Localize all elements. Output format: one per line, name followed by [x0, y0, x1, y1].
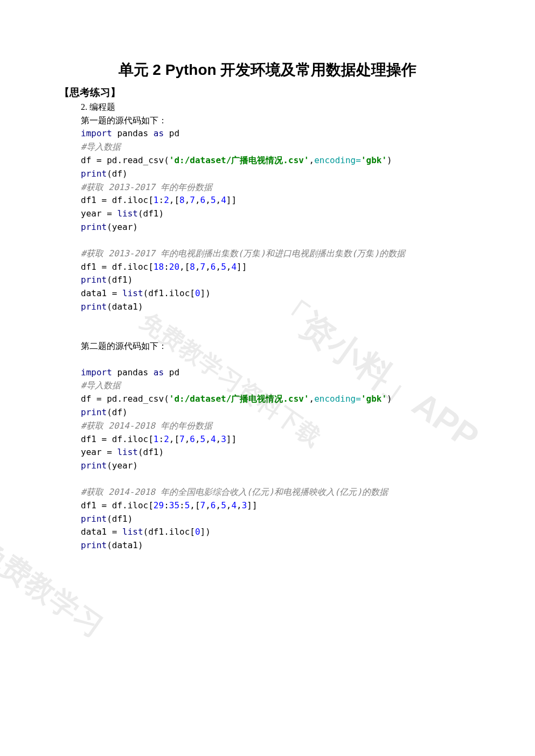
text: df = pd.read_csv(: [81, 394, 169, 404]
exercise-number: 2. 编程题: [81, 101, 535, 114]
intro-q2: 第二题的源代码如下：: [81, 340, 535, 353]
num: 7: [190, 195, 195, 205]
text: pandas: [112, 367, 154, 377]
code-line: print(df): [81, 406, 535, 419]
text: ,: [205, 195, 211, 205]
num: 1: [154, 195, 159, 205]
text: (df1): [138, 208, 164, 219]
text: (df): [107, 407, 128, 417]
num: 7: [179, 434, 185, 444]
code-line: data1 = list(df1.iloc[0]): [81, 526, 535, 539]
text: data1 =: [81, 288, 122, 298]
text: (df1.iloc[: [143, 527, 195, 537]
builtin-print: print: [81, 460, 107, 471]
text: ,: [205, 500, 211, 510]
string: 'd:/dataset/广播电视情况.csv': [169, 155, 309, 165]
text: (df1): [107, 514, 133, 524]
num: 6: [211, 500, 216, 510]
kwarg: encoding=: [314, 155, 361, 165]
num: 35: [169, 500, 179, 510]
num: 8: [179, 195, 185, 205]
num: 6: [190, 434, 195, 444]
text: ,: [185, 195, 190, 205]
num: 0: [195, 288, 200, 298]
code-line: year = list(df1): [81, 446, 535, 459]
text: year =: [81, 208, 117, 219]
text: df1 = df.iloc[: [81, 195, 154, 205]
keyword-as: as: [154, 367, 164, 377]
string: 'gbk': [361, 394, 387, 404]
text: :: [179, 500, 185, 510]
num: 20: [169, 262, 179, 272]
text: pd: [164, 367, 179, 377]
text: ,: [195, 195, 200, 205]
text: ,[: [169, 195, 179, 205]
text: (year): [107, 460, 138, 471]
comment: #导入数据: [81, 141, 535, 154]
comment: #获取 2013-2017 年的电视剧播出集数(万集)和进口电视剧播出集数(万集…: [81, 247, 535, 261]
text: df1 = df.iloc[: [81, 434, 154, 444]
builtin-list: list: [117, 447, 138, 457]
string: 'gbk': [361, 155, 387, 165]
section-header: 【思考练习】: [59, 85, 535, 100]
text: (df1): [107, 275, 133, 285]
page-title: 单元 2 Python 开发环境及常用数据处理操作: [0, 58, 535, 81]
code-line: print(year): [81, 221, 535, 234]
builtin-print: print: [81, 407, 107, 417]
builtin-print: print: [81, 222, 107, 232]
text: (df1): [138, 447, 164, 457]
text: ]): [200, 527, 211, 537]
string: 'd:/dataset/广播电视情况.csv': [169, 394, 309, 404]
num: 2: [164, 434, 169, 444]
text: ,[: [169, 434, 179, 444]
num: 7: [200, 262, 206, 272]
num: 0: [195, 527, 200, 537]
text: ,: [195, 434, 200, 444]
num: 5: [221, 500, 226, 510]
text: df1 = df.iloc[: [81, 262, 154, 272]
text: ,: [205, 262, 211, 272]
builtin-list: list: [117, 208, 138, 219]
num: 7: [200, 500, 206, 510]
num: 18: [154, 262, 164, 272]
comment: #获取 2014-2018 年的全国电影综合收入(亿元)和电视播映收入(亿元)的…: [81, 486, 535, 499]
text: ]]: [226, 195, 237, 205]
text: ]]: [237, 262, 247, 272]
text: ]]: [226, 434, 237, 444]
keyword-import: import: [81, 128, 112, 138]
builtin-list: list: [122, 527, 143, 537]
num: 8: [190, 262, 195, 272]
text: (year): [107, 222, 138, 232]
num: 5: [200, 434, 206, 444]
code-line: import pandas as pd: [81, 366, 535, 380]
text: :: [164, 262, 169, 272]
comment: #获取 2014-2018 年的年份数据: [81, 419, 535, 433]
text: ,: [216, 195, 221, 205]
text: :: [164, 500, 169, 510]
num: 3: [242, 500, 247, 510]
text: :: [159, 195, 164, 205]
builtin-print: print: [81, 169, 107, 179]
text: ,[: [179, 262, 190, 272]
code-line: print(df1): [81, 274, 535, 287]
code-line: import pandas as pd: [81, 127, 535, 141]
builtin-list: list: [122, 288, 143, 298]
code-line: df = pd.read_csv('d:/dataset/广播电视情况.csv'…: [81, 393, 535, 406]
text: ,: [309, 155, 315, 165]
text: ): [387, 155, 392, 165]
text: (data1): [107, 540, 143, 550]
text: ]]: [247, 500, 257, 510]
text: :: [159, 434, 164, 444]
comment: #导入数据: [81, 379, 535, 393]
code-line: print(year): [81, 459, 535, 473]
num: 5: [221, 262, 226, 272]
text: ,: [309, 394, 315, 404]
code-line: df1 = df.iloc[18:20,[8,7,6,5,4]]: [81, 261, 535, 274]
text: ,: [216, 500, 221, 510]
code-line: print(data1): [81, 539, 535, 552]
num: 4: [231, 262, 237, 272]
text: year =: [81, 447, 117, 457]
text: ): [387, 394, 392, 404]
comment: #获取 2013-2017 年的年份数据: [81, 181, 535, 194]
num: 5: [211, 195, 216, 205]
